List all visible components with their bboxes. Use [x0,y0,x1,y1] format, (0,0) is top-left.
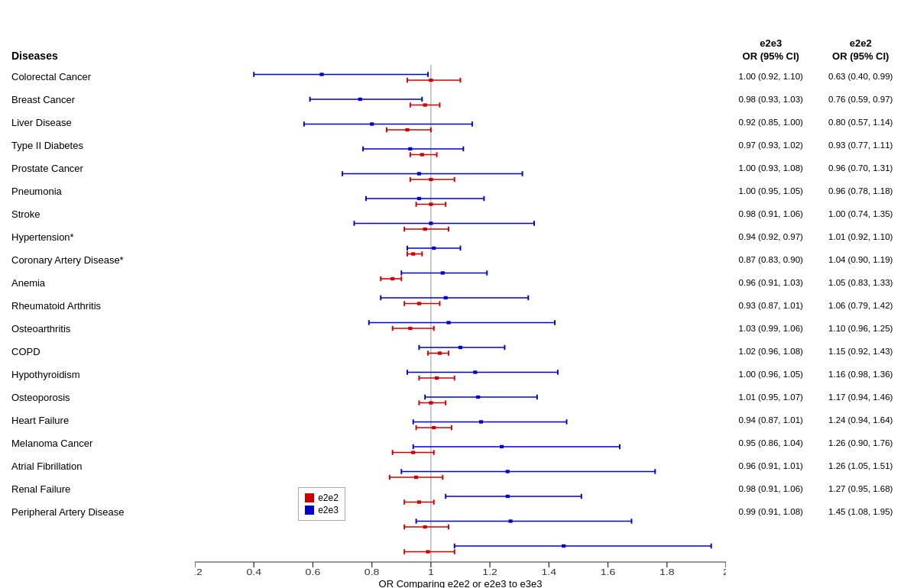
values-column: 1.00 (0.92, 1.10)0.63 (0.40, 0.99)0.98 (… [726,65,906,561]
e2e3-value: 0.94 (0.92, 0.97) [729,232,813,241]
legend: e2e2e2e3 [298,487,345,521]
e2e3-point [562,544,565,548]
row-label: Renal Failure [11,477,195,500]
e2e2-value: 1.06 (0.79, 1.42) [818,301,902,310]
e2e3-value: 0.99 (0.91, 1.08) [729,507,813,516]
e2e3-point [479,420,483,423]
legend-item: e2e3 [305,505,339,515]
e2e2-value: 1.27 (0.95, 1.68) [818,484,902,493]
row-label: Peripheral Artery Disease [11,500,195,523]
e2e2-point [420,153,424,156]
row-values: 1.00 (0.92, 1.10)0.63 (0.40, 0.99) [726,65,906,88]
row-values: 0.93 (0.87, 1.01)1.06 (0.79, 1.42) [726,294,906,317]
e2e2-point [429,178,433,181]
e2e3-point [417,172,421,175]
row-values: 0.99 (0.91, 1.08)1.45 (1.08, 1.95) [726,500,906,523]
e2e3-point [458,346,462,349]
e2e3-value: 0.96 (0.91, 1.01) [729,461,813,470]
header-row: Diseasese2e3OR (95% CI)e2e2OR (95% CI) [11,27,906,65]
e2e3-point [417,197,421,200]
e2e3-value: 0.98 (0.91, 1.06) [729,209,813,218]
e2e3-value: 1.01 (0.95, 1.07) [729,393,813,402]
e2e3-value: 1.00 (0.96, 1.05) [729,370,813,379]
row-label: Rheumatoid Arthritis [11,294,195,317]
e2e2-point [414,476,418,479]
row-values: 0.94 (0.92, 0.97)1.01 (0.92, 1.10) [726,225,906,248]
e2e2-point [429,401,433,404]
svg-text:1.4: 1.4 [542,567,557,577]
xaxis-svg: 0.20.40.60.811.21.41.61.82 [195,561,726,577]
row-label: Type II Diabetes [11,134,195,157]
e2e2-point [408,327,412,330]
e2e2-point [423,228,427,231]
diseases-header: Diseases [11,50,195,65]
row-label: Melanoma Cancer [11,431,195,454]
xaxis-chart: 0.20.40.60.811.21.41.61.82OR Comparing e… [195,561,726,588]
e2e2-value: 1.16 (0.98, 1.36) [818,370,902,379]
e2e2-value: 1.01 (0.92, 1.10) [818,232,902,241]
legend-color [305,506,314,515]
e2e2-point [438,351,442,354]
row-label: Pneumonia [11,179,195,202]
row-label: Anemia [11,271,195,294]
e2e2-value: 0.93 (0.77, 1.11) [818,141,902,150]
e2e2-point [405,128,409,131]
e2e2-point [423,103,427,106]
row-label: Breast Cancer [11,88,195,111]
legend-label: e2e2 [318,493,339,503]
row-values: 0.98 (0.91, 1.06)1.00 (0.74, 1.35) [726,202,906,225]
row-label: COPD [11,340,195,363]
e2e2-point [429,79,433,82]
e2e2-value: 0.63 (0.40, 0.99) [818,72,902,81]
legend-item: e2e2 [305,493,339,503]
e2e2-value: 1.04 (0.90, 1.19) [818,255,902,264]
labels-column: Colorectal CancerBreast CancerLiver Dise… [11,65,195,561]
e2e3-value: 0.98 (0.91, 1.06) [729,484,813,493]
row-values: 0.92 (0.85, 1.00)0.80 (0.57, 1.14) [726,111,906,134]
e2e3-value: 0.94 (0.87, 1.01) [729,415,813,425]
e2e3-point [476,396,480,399]
e2e3-value: 1.02 (0.96, 1.08) [729,347,813,356]
e2e3-point [370,122,374,125]
row-label: Atrial Fibrillation [11,454,195,477]
e2e3-point [319,73,323,76]
e2e3-value: 1.00 (0.92, 1.10) [729,72,813,81]
e2e2-value: 0.76 (0.59, 0.97) [818,95,902,104]
e2e2-value: 1.24 (0.94, 1.64) [818,415,902,425]
row-values: 1.00 (0.96, 1.05)1.16 (0.98, 1.36) [726,363,906,386]
row-label: Coronary Artery Disease* [11,248,195,271]
row-values: 0.98 (0.91, 1.06)1.27 (0.95, 1.68) [726,477,906,500]
e2e3-value: 1.00 (0.93, 1.08) [729,163,813,173]
row-values: 1.02 (0.96, 1.08)1.15 (0.92, 1.43) [726,340,906,363]
svg-text:0.6: 0.6 [306,567,321,577]
forest-plot-svg [195,65,726,561]
e2e2-point [417,302,421,305]
e2e3-point [408,147,412,150]
svg-text:1.6: 1.6 [601,567,616,577]
row-label: Osteoporosis [11,386,195,409]
e2e2-value: 1.10 (0.96, 1.25) [818,324,902,333]
e2e3-point [506,470,510,473]
legend-label: e2e3 [318,505,339,515]
e2e2-value: 1.05 (0.83, 1.33) [818,278,902,287]
e2e2-value: 1.17 (0.94, 1.46) [818,393,902,402]
row-label: Osteoarthritis [11,317,195,340]
e2e2-point [429,202,433,205]
svg-text:0.2: 0.2 [195,567,203,577]
row-label: Colorectal Cancer [11,65,195,88]
e2e2-value: 0.80 (0.57, 1.14) [818,118,902,127]
e2e3-value: 0.97 (0.93, 1.02) [729,141,813,150]
e2e2-point [411,252,415,255]
row-values: 1.03 (0.99, 1.06)1.10 (0.96, 1.25) [726,317,906,340]
e2e3-point [500,445,504,448]
e2e2-value: 1.45 (1.08, 1.95) [818,507,902,516]
e2e3-value: 0.93 (0.87, 1.01) [729,301,813,310]
e2e3-point [509,519,513,522]
e2e3-value: 1.03 (0.99, 1.06) [729,324,813,333]
svg-text:0.8: 0.8 [365,567,380,577]
row-label: Prostate Cancer [11,157,195,179]
row-label: Liver Disease [11,111,195,134]
e2e2-point [390,277,394,280]
row-label: Heart Failure [11,409,195,431]
e2e3-point [358,98,362,101]
